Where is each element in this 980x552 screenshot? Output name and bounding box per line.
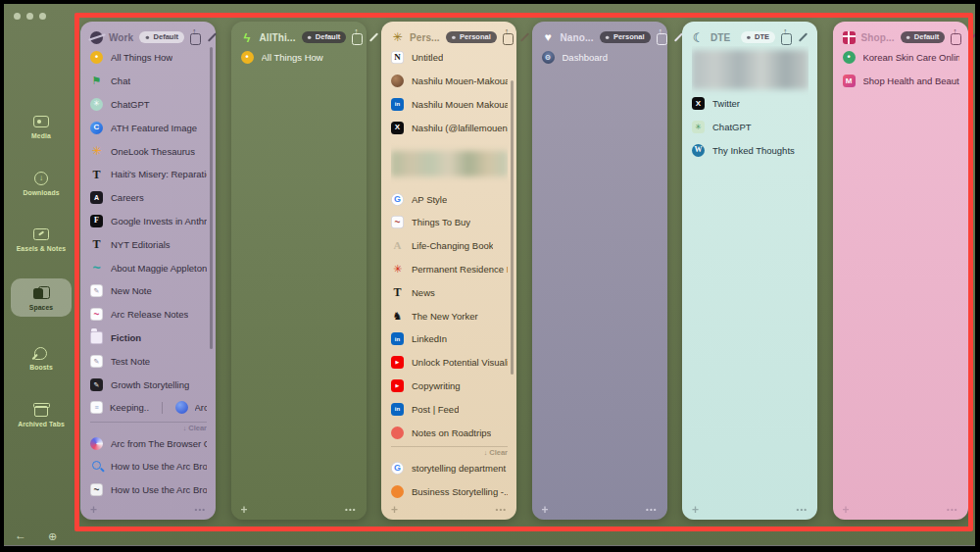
tab-row[interactable]: How to Use the Arc Bro... xyxy=(90,455,207,478)
tab-row[interactable]: ✳Permanent Residence In... xyxy=(391,258,508,281)
space-title[interactable]: DTE xyxy=(710,32,730,43)
profile-badge[interactable]: Default xyxy=(302,31,347,44)
space-title[interactable]: Pers... xyxy=(410,32,440,43)
tab-row[interactable]: •All Things How xyxy=(241,46,358,70)
tab-row[interactable]: Nashilu Mouen-Makoua xyxy=(391,70,508,93)
pinned-preview[interactable] xyxy=(692,46,808,92)
tab-row[interactable]: ✎New Note xyxy=(90,279,207,303)
move-space-handle[interactable]: + xyxy=(241,504,248,516)
sidebar-item-easels-notes[interactable]: Easels & Notes xyxy=(11,226,72,252)
tab-row[interactable]: TNews xyxy=(391,280,508,304)
back-button[interactable]: ← xyxy=(15,528,26,542)
tab-row[interactable]: inLinkedIn xyxy=(391,327,508,351)
more-options-button[interactable]: ••• xyxy=(646,506,657,514)
profile-badge[interactable]: DTE xyxy=(741,31,775,44)
move-space-handle[interactable]: + xyxy=(843,504,850,516)
share-icon[interactable] xyxy=(951,33,961,45)
tab-row[interactable]: •Korean Skin Care Online xyxy=(843,46,959,70)
space-title[interactable]: Work xyxy=(109,32,133,43)
tab-row[interactable]: ~Arc Release Notes xyxy=(90,303,207,326)
move-space-handle[interactable]: + xyxy=(692,504,699,516)
clear-button[interactable]: ↓Clear xyxy=(484,448,508,457)
share-icon[interactable] xyxy=(352,33,363,45)
edit-space-icon[interactable] xyxy=(369,32,378,41)
tab-row[interactable]: ✳ChatGPT xyxy=(90,93,207,117)
tab-row[interactable]: ~How to Use the Arc Bro... xyxy=(90,478,207,498)
tab-row[interactable]: ~About Maggie Appleton xyxy=(90,256,207,279)
tab-row[interactable]: ALife-Changing Book xyxy=(391,234,508,258)
tab-row[interactable]: GAP Style xyxy=(391,187,508,211)
dashboard-owl-icon: ʘ xyxy=(542,51,555,64)
tab-row[interactable]: NUntitled xyxy=(391,46,508,70)
share-icon[interactable] xyxy=(781,33,792,45)
tab-row[interactable]: WThy Inked Thoughts xyxy=(692,139,808,163)
tab-row[interactable]: Fiction xyxy=(90,326,207,350)
tab-row[interactable]: ✎Growth Storytelling xyxy=(90,373,207,396)
sidebar-item-downloads[interactable]: Downloads xyxy=(11,171,72,196)
tab-row[interactable]: inNashilu Mouen Makoua xyxy=(391,93,508,117)
share-icon[interactable] xyxy=(657,33,667,45)
tab-row[interactable]: Arc from The Browser C... xyxy=(90,431,207,455)
close-button[interactable] xyxy=(14,13,21,20)
tab-row[interactable]: ʘDashboard xyxy=(542,46,659,70)
space-title[interactable]: AllThi... xyxy=(260,32,296,43)
tab-row[interactable]: ✳OneLook Thesaurus xyxy=(90,139,207,163)
profile-badge[interactable]: Default xyxy=(901,31,946,44)
tab-row[interactable]: THaiti's Misery: Reparatio... xyxy=(90,163,207,186)
move-space-handle[interactable]: + xyxy=(90,504,97,516)
tab-row[interactable]: ▶Unlock Potential Visualiz... xyxy=(391,351,508,375)
tab-row[interactable]: XTwitter xyxy=(692,92,808,116)
tab-row[interactable]: ✳ChatGPT xyxy=(692,116,808,139)
split-tab-left[interactable]: ≡Keeping... xyxy=(90,401,149,414)
tab-row[interactable]: ♞The New Yorker xyxy=(391,304,508,327)
tab-row[interactable]: •All Things How xyxy=(90,46,207,70)
scrollbar-thumb[interactable] xyxy=(511,80,514,375)
profile-badge[interactable]: Personal xyxy=(600,31,651,44)
tab-row[interactable]: Business Storytelling -... xyxy=(391,479,508,498)
tab-row[interactable]: FGoogle Invests in Anthro... xyxy=(90,210,207,233)
fortune-icon: F xyxy=(90,215,103,227)
share-icon[interactable] xyxy=(503,33,514,45)
edit-space-icon[interactable] xyxy=(968,32,975,41)
tab-row[interactable]: ⚑Chat xyxy=(90,70,207,93)
pinned-preview[interactable] xyxy=(391,139,508,187)
tab-row[interactable]: ACareers xyxy=(90,186,207,210)
sidebar-item-label: Spaces xyxy=(11,304,72,311)
tab-row[interactable]: ~Things To Buy xyxy=(391,211,508,234)
tab-row[interactable]: Gstorytelling department i... xyxy=(391,456,508,479)
tab-row[interactable]: Notes on Roadtrips xyxy=(391,421,508,444)
tab-row[interactable]: inPost | Feed xyxy=(391,397,508,421)
clear-button[interactable]: ↓Clear xyxy=(183,424,207,432)
minimize-button[interactable] xyxy=(26,13,33,20)
profile-badge[interactable]: Personal xyxy=(446,31,497,44)
tab-row[interactable]: TNYT Editorials xyxy=(90,232,207,256)
more-options-button[interactable]: ••• xyxy=(496,506,507,514)
sidebar-item-media[interactable]: Media xyxy=(11,114,72,139)
edit-space-icon[interactable] xyxy=(799,32,808,41)
tab-row[interactable]: XNashilu (@lafillemouen)... xyxy=(391,116,508,139)
profile-badge[interactable]: Default xyxy=(139,31,184,44)
move-space-handle[interactable]: + xyxy=(391,504,398,516)
more-options-button[interactable]: ••• xyxy=(345,506,356,514)
share-icon[interactable] xyxy=(190,33,201,45)
personal-space-column: ✳Pers...PersonalNUntitledNashilu Mouen-M… xyxy=(381,22,516,520)
more-options-button[interactable]: ••• xyxy=(797,506,808,514)
zoom-button[interactable] xyxy=(39,13,46,20)
tab-row[interactable]: ▶Copywriting xyxy=(391,375,508,398)
edit-space-icon[interactable] xyxy=(208,32,217,41)
scrollbar-thumb[interactable] xyxy=(210,47,213,349)
sidebar-item-spaces[interactable]: Spaces xyxy=(11,278,72,317)
sidebar-item-archived-tabs[interactable]: Archived Tabs xyxy=(11,402,72,427)
more-options-button[interactable]: ••• xyxy=(947,506,957,514)
tab-row[interactable]: CATH Featured Image xyxy=(90,116,207,139)
edit-space-icon[interactable] xyxy=(520,32,529,41)
sidebar-item-boosts[interactable]: Boosts xyxy=(11,345,72,371)
space-title[interactable]: Nano... xyxy=(561,32,594,43)
tab-row[interactable]: ✎Test Note xyxy=(90,349,207,373)
globe-icon[interactable]: ⊕ xyxy=(48,530,57,543)
move-space-handle[interactable]: + xyxy=(542,504,549,516)
tab-row[interactable]: MShop Health and Beauty xyxy=(843,70,959,93)
more-options-button[interactable]: ••• xyxy=(195,506,206,514)
split-tab-right[interactable]: Arc xyxy=(175,401,207,414)
space-title[interactable]: Shop... xyxy=(861,32,895,43)
